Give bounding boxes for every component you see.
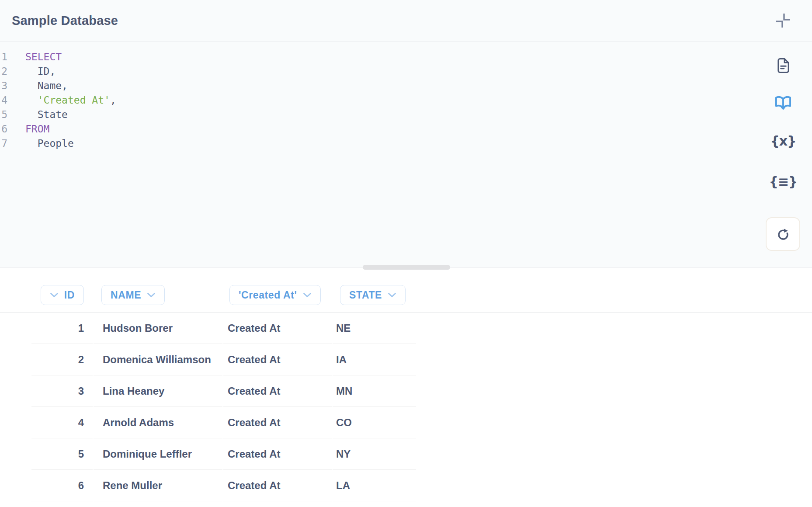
- column-header-createdat[interactable]: 'Created At': [229, 285, 321, 305]
- code-line: 2 ID,: [0, 64, 743, 79]
- table-cell[interactable]: Rene Muller: [94, 470, 222, 501]
- chevron-down-icon: [303, 292, 312, 298]
- refresh-icon: [776, 227, 790, 241]
- column-label: 'Created At': [239, 289, 297, 301]
- table-cell[interactable]: NE: [333, 313, 416, 344]
- column-label: NAME: [111, 289, 141, 301]
- column-header-id[interactable]: ID: [41, 285, 84, 305]
- snippets-button[interactable]: {≡}: [773, 173, 793, 191]
- variables-button[interactable]: {x}: [773, 132, 793, 150]
- table-cell[interactable]: Created At: [223, 407, 332, 438]
- table-cell[interactable]: Arnold Adams: [94, 407, 222, 438]
- table-cell[interactable]: Hudson Borer: [94, 313, 222, 344]
- line-number: 2: [0, 64, 7, 79]
- line-number: 1: [0, 50, 7, 64]
- editor-panel: Sample Database 1SELECT2 ID,3 Name,4 'Cr…: [0, 0, 812, 267]
- table-cell[interactable]: Created At: [223, 375, 332, 407]
- code-line: 4 'Created At',: [0, 93, 743, 108]
- table-cell[interactable]: 6: [31, 470, 93, 501]
- table-cell[interactable]: Created At: [223, 470, 332, 501]
- chevron-down-icon: [388, 292, 396, 298]
- variables-icon: {x}: [770, 135, 796, 148]
- column-label: ID: [64, 289, 75, 301]
- database-title: Sample Database: [12, 14, 118, 27]
- sql-editor-lines: 1SELECT2 ID,3 Name,4 'Created At',5 Stat…: [0, 50, 743, 151]
- column-header-name[interactable]: NAME: [101, 285, 165, 305]
- table-cell[interactable]: MN: [333, 375, 416, 407]
- table-cell[interactable]: CO: [333, 407, 416, 438]
- table-cell[interactable]: 5: [31, 438, 93, 470]
- results-panel: IDNAME'Created At'STATE 1Hudson BorerCre…: [0, 267, 812, 507]
- code-text: ID,: [7, 64, 56, 79]
- collapse-editor-button[interactable]: [775, 13, 791, 28]
- code-text: SELECT: [7, 50, 62, 64]
- line-number: 5: [0, 108, 7, 122]
- run-query-button[interactable]: [766, 217, 800, 251]
- table-cell[interactable]: IA: [333, 344, 416, 375]
- table-cell[interactable]: 3: [31, 375, 93, 407]
- line-number: 7: [0, 136, 7, 151]
- table-cell[interactable]: Domenica Williamson: [94, 344, 222, 375]
- table-cell[interactable]: LA: [333, 470, 416, 501]
- snippets-icon: {≡}: [769, 175, 798, 188]
- table-cell[interactable]: Created At: [223, 313, 332, 344]
- column-header-cell: NAME: [94, 285, 222, 305]
- table-cell[interactable]: 4: [31, 407, 93, 438]
- code-text: 'Created At',: [7, 93, 116, 108]
- column-label: STATE: [349, 289, 382, 301]
- table-cell[interactable]: Created At: [223, 438, 332, 470]
- resize-drag-handle[interactable]: [363, 265, 450, 270]
- code-line: 7 People: [0, 136, 743, 151]
- code-line: 5 State: [0, 108, 743, 122]
- code-text: People: [7, 136, 74, 151]
- code-text: State: [7, 108, 68, 122]
- column-header-cell: 'Created At': [223, 285, 332, 305]
- table-cell[interactable]: 1: [31, 313, 93, 344]
- chevron-down-icon: [50, 292, 59, 298]
- chevron-down-icon: [147, 292, 156, 298]
- table-cell[interactable]: Created At: [223, 344, 332, 375]
- sql-editor[interactable]: 1SELECT2 ID,3 Name,4 'Created At',5 Stat…: [0, 50, 743, 151]
- document-button[interactable]: [774, 57, 792, 74]
- native-query-editor: Sample Database 1SELECT2 ID,3 Name,4 'Cr…: [0, 0, 812, 507]
- editor-topbar: Sample Database: [0, 0, 812, 42]
- results-table-body: 1Hudson BorerCreated AtNE2Domenica Willi…: [31, 313, 416, 501]
- table-cell[interactable]: NY: [333, 438, 416, 470]
- code-text: Name,: [7, 79, 68, 93]
- code-line: 6FROM: [0, 122, 743, 136]
- line-number: 3: [0, 79, 7, 93]
- table-cell[interactable]: Lina Heaney: [94, 375, 222, 407]
- collapse-icon: [776, 13, 791, 28]
- column-header-cell: STATE: [333, 285, 416, 305]
- table-cell[interactable]: 2: [31, 344, 93, 375]
- code-line: 3 Name,: [0, 79, 743, 93]
- table-cell[interactable]: Dominique Leffler: [94, 438, 222, 470]
- column-header-state[interactable]: STATE: [340, 285, 406, 305]
- results-header-row: IDNAME'Created At'STATE: [31, 267, 416, 312]
- line-number: 6: [0, 122, 7, 136]
- code-line: 1SELECT: [0, 50, 743, 64]
- book-icon: [775, 95, 791, 111]
- line-number: 4: [0, 93, 7, 108]
- data-reference-button[interactable]: [774, 94, 792, 112]
- document-icon: [777, 58, 790, 73]
- column-header-cell: ID: [31, 285, 93, 305]
- code-text: FROM: [7, 122, 49, 136]
